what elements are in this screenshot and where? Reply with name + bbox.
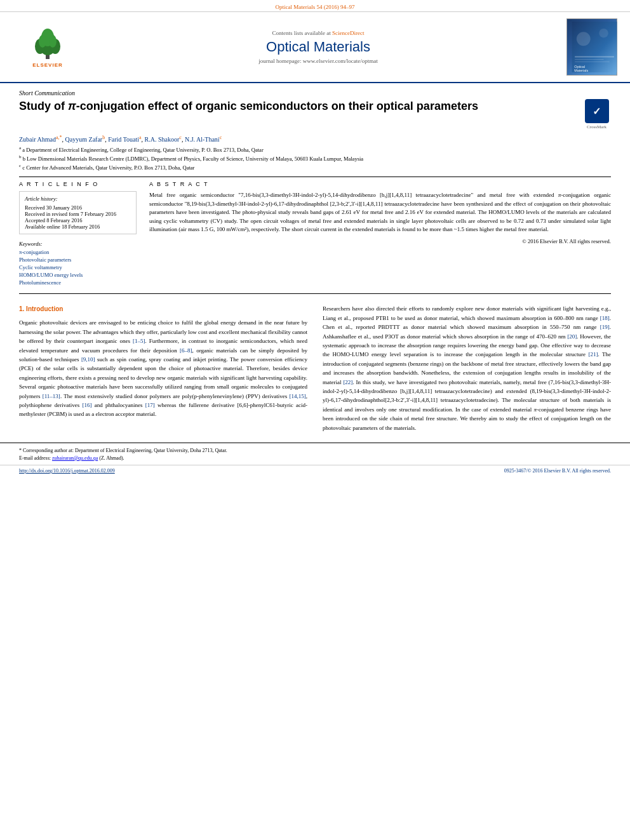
keywords-box: Keywords: π-conjugation Photovoltaic par… [19,241,137,286]
issn-copyright: 0925-3467/© 2016 Elsevier B.V. All right… [504,468,611,474]
elsevier-logo: ELSEVIER [29,26,67,68]
cover-illustration: Optical Materials [570,22,619,72]
body-right-col: Researchers have also directed their eff… [323,304,611,436]
copyright-notice: © 2016 Elsevier B.V. All rights reserved… [149,238,611,244]
author-althani[interactable]: N.J. Al-Thani [185,136,220,143]
authors-line: Zubair Ahmada,*, Qayyum Zafarb, Farid To… [19,135,611,143]
revised-date: Received in revised form 7 February 2016 [25,211,131,217]
abstract-text: Metal free organic semiconductor "7,16-b… [149,191,611,234]
abstract-heading: A B S T R A C T [149,181,611,187]
author-qayyum[interactable]: Qayyum Zafar [65,136,103,143]
history-title: Article history: [25,196,131,202]
ref-17[interactable]: [17] [145,402,155,408]
author-zubair[interactable]: Zubair Ahmad [19,136,56,143]
intro-section-title: 1. Introduction [19,304,307,314]
article-info-heading: A R T I C L E I N F O [19,181,137,187]
author-farid[interactable]: Farid Touati [108,136,139,143]
keyword-1: π-conjugation [19,249,137,255]
ref-18[interactable]: [18] [600,315,610,321]
ref-11-13[interactable]: [11–13] [43,393,60,399]
available-date: Available online 18 February 2016 [25,223,131,230]
elsevier-tree-icon [29,26,67,61]
ref-20[interactable]: [20] [567,333,577,340]
article-title: Study of π-conjugation effect of organic… [19,99,576,114]
ref-9-10[interactable]: [9,10] [81,356,95,363]
email-link[interactable]: zuhairaran@qu.edu.qa [52,455,98,461]
corresponding-author-note: * Corresponding author at: Department of… [19,447,611,455]
journal-center-header: Contents lists available at ScienceDirec… [83,30,554,64]
keyword-2: Photovoltaic parameters [19,257,137,263]
body-left-col: 1. Introduction Organic photovoltaic dev… [19,304,307,436]
ref-14-15[interactable]: [14,15] [290,393,306,399]
accepted-date: Accepted 8 February 2016 [25,217,131,223]
received-date: Received 30 January 2016 [25,204,131,211]
divider-1 [19,177,611,177]
svg-point-9 [599,29,608,38]
ref-22[interactable]: [22] [343,379,352,385]
svg-point-8 [577,32,591,46]
svg-point-6 [49,35,57,48]
body-section: 1. Introduction Organic photovoltaic dev… [0,298,630,442]
keyword-5: Photoluminescence [19,279,137,286]
crossmark-icon: ✓ [585,99,609,123]
svg-rect-11 [575,59,603,60]
ref-1-5[interactable]: [1–5] [133,338,145,344]
ref-6-8[interactable]: [6–8] [180,347,192,354]
svg-rect-10 [575,57,614,58]
svg-text:Optical: Optical [574,65,585,69]
intro-para-1: Organic photovoltaic devices are envisag… [19,318,307,418]
article-info-box: Article history: Received 30 January 201… [19,191,137,234]
svg-point-5 [39,35,46,48]
journal-volume: Optical Materials 54 (2016) 94–97 [276,4,355,10]
page: Optical Materials 54 (2016) 94–97 ELSEVI… [0,0,630,840]
email-note: E-mail address: zuhairaran@qu.edu.qa (Z.… [19,455,611,462]
ref-16[interactable]: [16] [83,402,92,408]
svg-rect-12 [575,62,610,62]
ref-19[interactable]: [19] [600,324,610,330]
right-para-1: Researchers have also directed their eff… [323,304,611,432]
ref-21[interactable]: [21] [588,351,598,357]
pi-symbol: π [68,100,76,112]
article-type: Short Communication [19,90,611,97]
journal-cover-image: Optical Materials [554,18,617,76]
keyword-3: Cyclic voltammetry [19,264,137,270]
affiliation-c: c c Center for Advanced Materials, Qatar… [19,163,611,172]
article-info-column: A R T I C L E I N F O Article history: R… [19,181,137,287]
article-title-row: Study of π-conjugation effect of organic… [19,99,611,130]
journal-title: Optical Materials [83,39,554,55]
elsevier-label: ELSEVIER [32,62,63,68]
doi-section: http://dx.doi.org/10.1016/j.optmat.2016.… [0,465,630,476]
publisher-logo: ELSEVIER [13,26,83,68]
divider-2 [19,293,611,294]
crossmark-badge: ✓ CrossMark [582,99,611,130]
journal-cover: Optical Materials [566,18,617,76]
crossmark-label: CrossMark [587,124,607,130]
sciencedirect-link[interactable]: ScienceDirect [332,30,364,36]
journal-homepage: journal homepage: www.elsevier.com/locat… [83,58,554,64]
affiliation-a: a a Department of Electrical Engineering… [19,145,611,154]
abstract-column: A B S T R A C T Metal free organic semic… [149,181,611,287]
keyword-4: HOMO/LUMO energy levels [19,272,137,278]
author-shakoor[interactable]: R.A. Shakoor [145,136,180,143]
doi-link[interactable]: http://dx.doi.org/10.1016/j.optmat.2016.… [19,468,115,474]
svg-text:Materials: Materials [574,69,588,72]
footnote-section: * Corresponding author at: Department of… [0,443,630,465]
keywords-title: Keywords: [19,241,137,247]
affiliations: a a Department of Electrical Engineering… [19,145,611,171]
info-abstract-row: A R T I C L E I N F O Article history: R… [19,181,611,287]
journal-header: ELSEVIER Contents lists available at Sci… [0,12,630,83]
article-section: Short Communication Study of π-conjugati… [0,83,630,294]
sciencedirect-info: Contents lists available at ScienceDirec… [83,30,554,36]
journal-banner: Optical Materials 54 (2016) 94–97 [0,0,630,12]
body-two-col: 1. Introduction Organic photovoltaic dev… [19,304,611,436]
affiliation-b: b b Low Dimensional Materials Research C… [19,154,611,163]
